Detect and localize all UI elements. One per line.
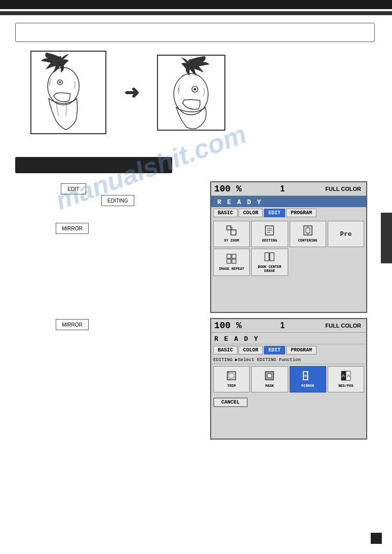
panel-1-percent: 100 % <box>214 184 242 194</box>
section-label-bar <box>15 157 172 173</box>
tab-basic-1[interactable]: BASIC <box>213 209 238 217</box>
ui-panel-1: 100 % 1 FULL COLOR R E A D Y BASIC COLOR… <box>210 181 367 313</box>
panel-1-num: 1 <box>280 184 285 193</box>
step-box-4: MIRROR <box>56 319 89 330</box>
svg-point-0 <box>48 67 79 105</box>
step-box-1: EDIT <box>61 183 86 194</box>
tab-program-1[interactable]: PROGRAM <box>286 209 317 217</box>
icon-book-center-erase[interactable]: BOOK CENTERERASE <box>251 249 288 276</box>
panel-2-color-label: FULL COLOR <box>323 322 363 329</box>
icon-mask[interactable]: MASK <box>251 366 288 392</box>
svg-rect-14 <box>306 228 310 233</box>
icon-centering[interactable]: CENTERING <box>290 221 326 247</box>
tab-color-2[interactable]: COLOR <box>239 346 263 354</box>
icon-neg-pos-label: NEG/POS <box>338 384 353 388</box>
svg-rect-7 <box>231 230 236 235</box>
icon-xy-zoom[interactable]: % XY ZOOM <box>213 221 250 247</box>
right-sidebar-tab <box>381 213 392 263</box>
icon-image-repeat-label: IMAGE REPEAT <box>219 267 244 271</box>
icon-pre[interactable]: Pre <box>328 221 364 247</box>
icon-neg-pos[interactable]: A A NEG/POS <box>328 366 364 392</box>
tab-edit-2[interactable]: EDIT <box>264 346 285 354</box>
icon-mirror[interactable]: F F MIRROR <box>290 366 326 392</box>
svg-rect-19 <box>227 259 231 263</box>
deer-image-right <box>157 55 225 131</box>
transform-arrow: ➜ <box>124 82 139 103</box>
step-box-3: MIRROR <box>56 223 89 234</box>
step-4-label: MIRROR <box>62 322 83 328</box>
step-2-label: EDITING <box>107 198 128 204</box>
panel-2-subheader: EDITING ▶Select EDITING Function <box>211 356 366 364</box>
svg-rect-18 <box>232 254 236 258</box>
svg-point-2 <box>59 82 61 84</box>
panel-2-header: 100 % 1 FULL COLOR <box>211 319 366 333</box>
svg-text:F: F <box>304 374 306 378</box>
panel-2-tab-row[interactable]: BASIC COLOR EDIT PROGRAM <box>211 344 366 356</box>
icon-image-repeat[interactable]: IMAGE REPEAT <box>213 249 250 276</box>
svg-rect-22 <box>270 253 274 261</box>
panel-2-num: 1 <box>280 321 285 330</box>
icon-editing[interactable]: EDITING <box>251 221 288 247</box>
tab-basic-2[interactable]: BASIC <box>213 346 238 354</box>
panel-2-icon-grid: TRIM MASK F F MIRRO <box>211 364 366 394</box>
bottom-page-indicator <box>371 533 382 544</box>
panel-1-header: 100 % 1 FULL COLOR <box>211 182 366 196</box>
svg-rect-20 <box>232 259 236 263</box>
info-box <box>15 23 375 42</box>
icon-mirror-label: MIRROR <box>301 384 314 388</box>
deer-image-left <box>30 51 106 134</box>
icon-mask-label: MASK <box>265 384 274 388</box>
deer-comparison-section: ➜ <box>30 51 225 134</box>
tab-color-1[interactable]: COLOR <box>239 209 263 217</box>
panel-1-icon-grid: % XY ZOOM EDITING <box>211 219 366 278</box>
svg-text:A: A <box>342 373 345 378</box>
svg-rect-21 <box>265 253 269 261</box>
svg-text:A: A <box>347 373 350 378</box>
svg-rect-17 <box>227 254 231 258</box>
svg-point-5 <box>193 88 196 90</box>
step-1-label: EDIT <box>68 186 80 192</box>
icon-book-center-erase-label: BOOK CENTERERASE <box>258 265 281 273</box>
panel-1-tab-row[interactable]: BASIC COLOR EDIT PROGRAM <box>211 207 366 219</box>
cancel-button[interactable]: CANCEL <box>213 398 248 407</box>
panel-2-ready-bar: R E A D Y <box>211 333 366 344</box>
icon-trim-label: TRIM <box>227 384 236 388</box>
step-box-2: EDITING <box>101 195 134 206</box>
cancel-row: CANCEL <box>211 394 366 409</box>
svg-text:%: % <box>230 226 233 230</box>
second-bar <box>0 11 392 15</box>
svg-rect-28 <box>267 374 271 378</box>
panel-2-ready-text: R E A D Y <box>214 335 259 343</box>
icon-xy-zoom-label: XY ZOOM <box>224 239 239 243</box>
ui-panel-2: 100 % 1 FULL COLOR R E A D Y BASIC COLOR… <box>210 318 367 440</box>
svg-rect-26 <box>229 373 234 378</box>
tab-edit-1[interactable]: EDIT <box>264 209 285 217</box>
panel-2-percent: 100 % <box>214 321 242 331</box>
panel-1-ready-text: R E A D Y <box>214 197 265 207</box>
icon-editing-label: EDITING <box>262 239 277 243</box>
panel-1-color-label: FULL COLOR <box>323 185 363 192</box>
tab-program-2[interactable]: PROGRAM <box>286 346 317 354</box>
step-3-label: MIRROR <box>62 226 83 231</box>
top-bar <box>0 0 392 9</box>
icon-centering-label: CENTERING <box>298 239 318 243</box>
icon-trim[interactable]: TRIM <box>213 366 250 392</box>
panel-1-ready-bar: R E A D Y <box>211 196 366 207</box>
